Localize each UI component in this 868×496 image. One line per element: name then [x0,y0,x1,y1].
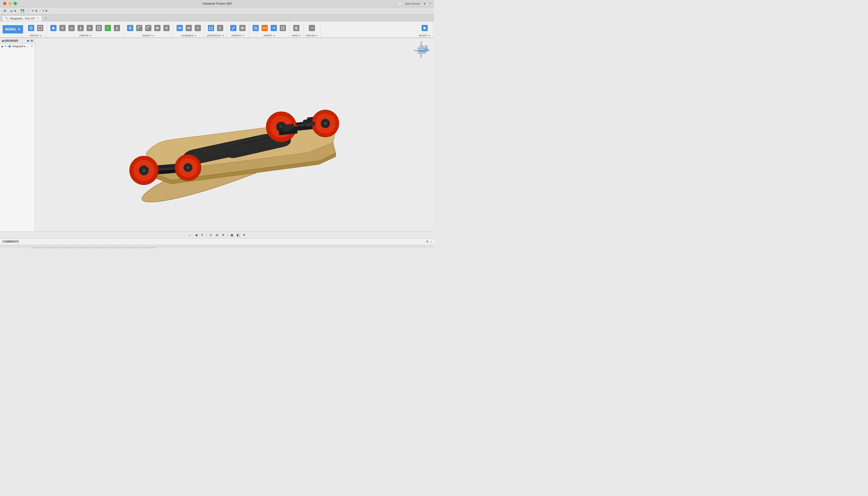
extrude-tool[interactable] [49,24,58,32]
timeline-item[interactable] [110,248,114,248]
insert-arrow[interactable]: ▼ [273,34,275,37]
tab-close-button[interactable]: ✕ [36,17,39,20]
active-tab[interactable]: 🔧 Vanguard... Enc v2* ✕ [2,15,42,21]
chamfer-tool[interactable] [144,24,153,32]
interference-tool[interactable] [238,24,247,32]
press-pull-tool[interactable] [126,24,134,32]
pattern-tool[interactable]: Σ [103,24,112,32]
help-icon[interactable]: ? [429,2,431,5]
sketch-tool-2[interactable] [36,24,45,32]
visual-style-button[interactable]: ◧ [235,232,241,238]
timeline-item[interactable] [81,248,84,248]
revolve-tool[interactable] [58,24,67,32]
view-orbit-button[interactable]: ↻ [199,232,205,238]
user-dropdown-icon[interactable]: ▼ [423,2,426,5]
midplane-tool[interactable] [216,24,225,32]
rigid-group-tool[interactable] [184,24,193,32]
browser-settings-icon[interactable]: ⚙ [31,39,33,43]
save-button[interactable]: 💾 [19,9,26,13]
select-tool[interactable] [420,24,429,32]
viewcube[interactable]: X Z FRONT TOP LEFT [412,41,431,60]
joint-tool[interactable] [175,24,184,32]
close-button[interactable] [3,2,6,5]
browser-eye-small-icon[interactable]: 👁 [4,45,7,48]
comments-collapse-icon[interactable]: | [431,240,431,243]
loft-tool[interactable] [76,24,85,32]
timeline-item[interactable] [139,248,143,248]
timeline-item[interactable] [135,248,139,248]
timeline-item[interactable] [35,248,39,248]
sweep-tool[interactable] [67,24,76,32]
drive-joints-tool[interactable] [193,24,202,32]
user-name[interactable]: Jack Davies [405,2,420,5]
timeline-item[interactable] [147,248,151,248]
timeline-item[interactable] [48,248,51,248]
rib-tool[interactable] [85,24,94,32]
view-home-button[interactable]: ⌂ [187,232,193,238]
insert-svg-tool[interactable]: SVG [260,24,269,32]
undo-button[interactable]: ↩ ▼ [30,9,39,13]
file-menu-button[interactable]: 🗂 ▼ [9,9,18,13]
modify-arrow[interactable]: ▼ [152,34,154,37]
create-form-tool[interactable] [113,24,121,32]
timeline-item[interactable] [52,248,55,248]
view-previous-button[interactable]: ◀ [193,232,199,238]
make-arrow[interactable]: ▼ [299,34,301,37]
timeline-item[interactable] [64,248,68,248]
browser-item-root[interactable]: ▶ 👁 🔷 Vanguard e-Board Final Enc... 👁 [0,44,35,48]
addins-arrow[interactable]: ▼ [316,34,318,37]
timeline-item[interactable] [77,248,80,248]
timeline-prev-button[interactable]: ◀ [8,247,13,248]
timeline-item[interactable] [114,248,118,248]
timeline-item[interactable] [89,248,93,248]
sketch-arrow[interactable]: ▼ [40,34,42,37]
scripts-tool[interactable]: </> [307,24,316,32]
timeline-item[interactable] [151,248,155,248]
3dprint-tool[interactable] [292,24,301,32]
insert-mesh-tool[interactable] [251,24,260,32]
display-dropdown-button[interactable]: ▼ [241,232,247,238]
timeline-item[interactable] [44,248,47,248]
grid-menu-button[interactable]: ⊞ [2,9,7,13]
combine-tool[interactable] [153,24,162,32]
new-tab-button[interactable]: + [43,16,48,21]
browser-collapse-icon[interactable]: ◀ [2,40,4,42]
timeline-item[interactable] [68,248,72,248]
insert-dxf-tool[interactable] [269,24,278,32]
browser-item-eye-icon[interactable]: 👁 [31,45,33,48]
timeline-item[interactable] [102,248,105,248]
inspect-arrow[interactable]: ▼ [242,34,244,37]
display-settings-button[interactable]: ▣ [229,232,235,238]
timeline-item[interactable] [85,248,89,248]
create-arrow[interactable]: ▼ [89,34,91,37]
zoom-dropdown-button[interactable]: ▼ [220,232,226,238]
clock-icon[interactable]: 🕐 [398,2,402,5]
timeline-first-button[interactable]: |◀ [2,247,7,248]
decal-tool[interactable] [278,24,287,32]
timeline-item[interactable] [39,248,43,248]
timeline-last-button[interactable]: ▶| [25,247,30,248]
browser-eye-icon[interactable]: 👁 [27,40,30,43]
construct-arrow[interactable]: ▼ [222,34,225,37]
look-at-button[interactable]: ⊙ [208,232,214,238]
timeline-item[interactable] [56,248,60,248]
comments-settings-icon[interactable]: ⚙ [426,240,429,243]
timeline-item[interactable] [60,248,64,248]
viewport[interactable]: X Z FRONT TOP LEFT [35,38,434,231]
timeline-item[interactable] [97,248,101,248]
shell-tool[interactable] [94,24,103,32]
timeline-item[interactable] [93,248,97,248]
timeline-item[interactable] [106,248,109,248]
timeline-play-button[interactable]: ▶ [14,247,19,248]
timeline-stop-button[interactable]: ■ [19,247,25,248]
sketch-tool-1[interactable] [27,24,35,32]
zoom-fit-button[interactable]: ⊞ [214,232,220,238]
model-mode-button[interactable]: MODEL ▼ [3,25,23,33]
measure-tool[interactable] [229,24,238,32]
minimize-button[interactable] [8,2,12,5]
maximize-button[interactable] [14,2,17,5]
timeline-item[interactable] [127,248,130,248]
fillet-tool[interactable] [135,24,144,32]
assemble-arrow[interactable]: ▼ [194,34,196,37]
timeline-item[interactable] [122,248,126,248]
